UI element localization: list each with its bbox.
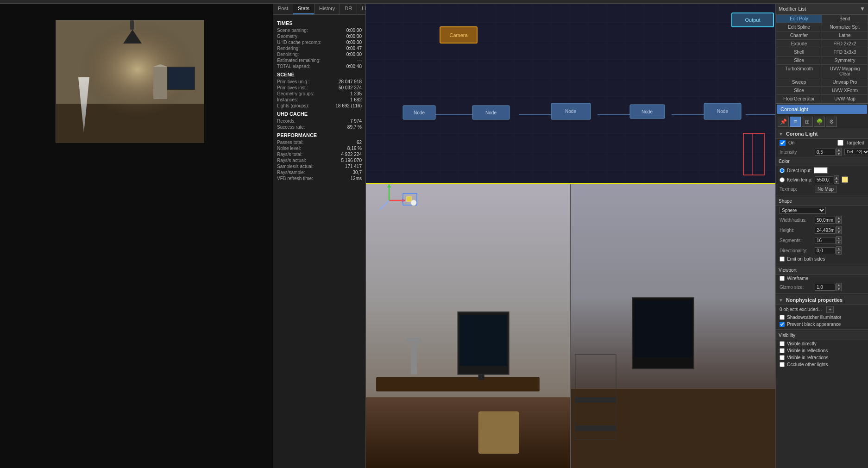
shape-label: Shape bbox=[779, 199, 792, 204]
modifier-floorgenerator[interactable]: FloorGenerator bbox=[776, 95, 822, 103]
on-targeted-row: On Targeted bbox=[776, 139, 868, 147]
stats-row: Geometry:0:00:00 bbox=[277, 34, 362, 39]
viewport-3d-right-svg bbox=[571, 184, 775, 468]
modifier-uvw-map[interactable]: UVW Map bbox=[822, 95, 868, 103]
viewport-3d-right[interactable] bbox=[571, 184, 775, 468]
separator bbox=[776, 195, 868, 195]
modifier-edit-poly[interactable]: Edit Poly bbox=[776, 15, 822, 23]
modifier-list-dropdown-icon[interactable]: ▼ bbox=[860, 6, 865, 12]
color-label: Color bbox=[779, 159, 790, 164]
directionality-up[interactable]: ▲ bbox=[836, 246, 842, 250]
modifier-extrude[interactable]: Extrude bbox=[776, 40, 822, 48]
height-down[interactable]: ▼ bbox=[836, 230, 842, 234]
wireframe-checkbox[interactable] bbox=[780, 276, 785, 281]
modifier-ffd2x2x2[interactable]: FFD 2x2x2 bbox=[822, 40, 868, 48]
visible-refractions-checkbox[interactable] bbox=[780, 355, 785, 360]
color-swatch[interactable] bbox=[814, 167, 828, 174]
viewport-3d-left[interactable] bbox=[366, 184, 571, 468]
modifier-normalize-spl[interactable]: Normalize Spl. bbox=[822, 23, 868, 31]
visible-reflections-checkbox[interactable] bbox=[780, 348, 785, 353]
directionality-input[interactable] bbox=[815, 247, 836, 254]
targeted-checkbox[interactable] bbox=[837, 140, 843, 146]
modifier-turbosmooth[interactable]: TurboSmooth bbox=[776, 65, 822, 78]
modifier-uvw-mapping-clear[interactable]: UVW Mapping Clear bbox=[822, 65, 868, 78]
segments-up[interactable]: ▲ bbox=[836, 236, 842, 240]
modifier-ffd3x3x3[interactable]: FFD 3x3x3 bbox=[822, 48, 868, 56]
gizmo-size-arrows: ▲ ▼ bbox=[836, 283, 842, 291]
render-viewport[interactable] bbox=[0, 4, 273, 468]
modifier-shell[interactable]: Shell bbox=[776, 48, 822, 56]
kelvin-label: Kelvin temp: bbox=[787, 177, 812, 182]
tab-stats[interactable]: Stats bbox=[293, 4, 314, 14]
modifier-chamfer[interactable]: Chamfer bbox=[776, 31, 822, 39]
directionality-down[interactable]: ▼ bbox=[836, 250, 842, 255]
prop-icon-settings[interactable]: ⚙ bbox=[826, 117, 837, 127]
add-exclusion-button[interactable]: + bbox=[826, 306, 834, 313]
tab-history[interactable]: History bbox=[314, 4, 340, 14]
emit-both-sides-row: Emit on both sides bbox=[776, 256, 868, 262]
nonphysical-collapse-icon[interactable]: ▼ bbox=[779, 298, 783, 303]
modifier-lathe[interactable]: Lathe bbox=[822, 31, 868, 39]
height-spinner: ▲ ▼ bbox=[815, 226, 842, 234]
prop-icon-list[interactable]: ≡ bbox=[790, 117, 801, 127]
intensity-input[interactable] bbox=[815, 149, 836, 156]
kelvin-spinner: ▲ ▼ bbox=[815, 175, 839, 184]
scene-title: SCENE bbox=[277, 72, 362, 77]
kelvin-down[interactable]: ▼ bbox=[834, 180, 839, 184]
intensity-unit-select[interactable]: Def...^2) bbox=[844, 149, 868, 155]
width-input[interactable] bbox=[815, 217, 836, 224]
occlude-other-checkbox[interactable] bbox=[780, 362, 785, 367]
stats-row: UHD cache precomp:0:00:00 bbox=[277, 40, 362, 45]
visible-directly-checkbox[interactable] bbox=[780, 341, 785, 346]
kelvin-input[interactable] bbox=[815, 176, 833, 183]
modifier-unwrap-pro[interactable]: Unwrap Pro bbox=[822, 78, 868, 86]
modifier-sweep[interactable]: Sweep bbox=[776, 78, 822, 86]
height-input[interactable] bbox=[815, 227, 836, 234]
segments-down[interactable]: ▼ bbox=[836, 240, 842, 244]
svg-rect-11 bbox=[366, 4, 775, 183]
width-up[interactable]: ▲ bbox=[836, 216, 842, 220]
intensity-spinner: ▲ ▼ bbox=[815, 148, 842, 156]
tab-post[interactable]: Post bbox=[273, 4, 293, 14]
modifier-bend[interactable]: Bend bbox=[822, 15, 868, 23]
width-down[interactable]: ▼ bbox=[836, 220, 842, 224]
on-checkbox[interactable] bbox=[780, 140, 786, 146]
objects-excluded-label: 0 objects excluded... bbox=[780, 307, 822, 312]
shadowcatcher-checkbox[interactable] bbox=[780, 315, 785, 320]
emit-both-sides-checkbox[interactable] bbox=[780, 256, 785, 262]
shape-type-select[interactable]: Sphere bbox=[780, 207, 826, 214]
modifier-list-header: Modifier List ▼ bbox=[776, 4, 868, 14]
selected-modifier[interactable]: CoronaLight bbox=[777, 105, 867, 114]
kelvin-row: Kelvin temp: ▲ ▼ bbox=[776, 175, 868, 185]
objects-excluded-row: 0 objects excluded... + bbox=[776, 305, 868, 314]
stats-row: Noise level:8,16 % bbox=[277, 146, 362, 151]
intensity-up[interactable]: ▲ bbox=[836, 148, 842, 152]
kelvin-radio[interactable] bbox=[780, 177, 785, 182]
node-graph[interactable]: Camera Node Node Node Node Node bbox=[366, 4, 775, 183]
modifier-uvw-xform[interactable]: UVW XForm bbox=[822, 87, 868, 94]
gizmo-size-input[interactable] bbox=[815, 284, 836, 291]
segments-input[interactable] bbox=[815, 237, 836, 244]
kelvin-color-swatch[interactable] bbox=[842, 176, 848, 183]
modifier-slice2[interactable]: Slice bbox=[776, 87, 822, 94]
gizmo-size-up[interactable]: ▲ bbox=[836, 283, 842, 287]
viewport-top[interactable]: Camera Node Node Node Node Node bbox=[366, 4, 775, 184]
modifier-edit-spline[interactable]: Edit Spline bbox=[776, 23, 822, 31]
prop-icon-grid[interactable]: ⊞ bbox=[802, 117, 813, 127]
modifier-symmetry[interactable]: Symmetry bbox=[822, 56, 868, 64]
direct-input-radio[interactable] bbox=[780, 168, 785, 173]
intensity-down[interactable]: ▼ bbox=[836, 152, 842, 156]
prop-icon-pin[interactable]: 📌 bbox=[778, 117, 789, 127]
gizmo-size-down[interactable]: ▼ bbox=[836, 287, 842, 291]
prop-icon-tree[interactable]: 🌳 bbox=[814, 117, 825, 127]
height-up[interactable]: ▲ bbox=[836, 226, 842, 230]
modifier-slice[interactable]: Slice bbox=[776, 56, 822, 64]
prevent-black-checkbox[interactable] bbox=[780, 322, 785, 327]
wireframe-row: Wireframe bbox=[776, 275, 868, 282]
collapse-icon[interactable]: ▼ bbox=[779, 131, 783, 137]
tab-dr[interactable]: DR bbox=[340, 4, 357, 14]
svg-text:Node: Node bbox=[414, 110, 425, 115]
height-row: Height: ▲ ▼ bbox=[776, 225, 868, 235]
no-map-button[interactable]: No Map bbox=[815, 186, 837, 193]
kelvin-up[interactable]: ▲ bbox=[834, 175, 839, 180]
